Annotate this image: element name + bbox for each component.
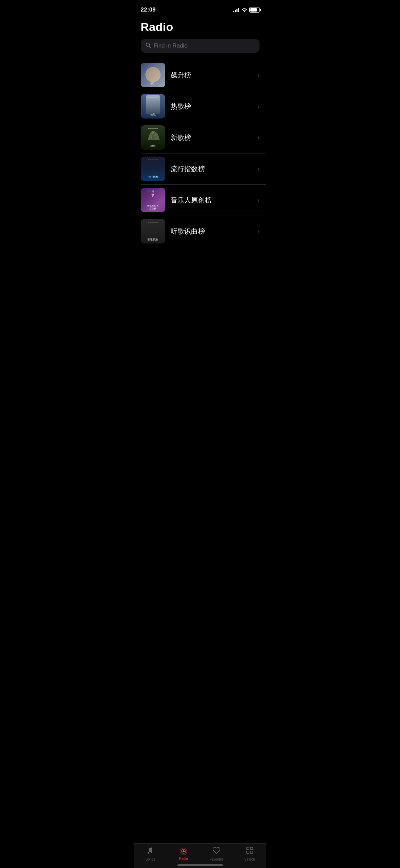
list-item-liuXing[interactable]: ✦✦✦✦✦ 流行指数 流行指数榜 › <box>134 153 266 184</box>
svg-line-1 <box>149 46 150 48</box>
thumbnail-yuanChuang: ✦✦✦✦✦ 第节 腾讯音乐人原创榜 <box>141 188 165 212</box>
search-bar-icon <box>146 42 151 49</box>
thumbnail-xinGe: ✦✦✦✦✦ 新歌 <box>141 125 165 150</box>
wifi-icon <box>241 7 247 13</box>
chevron-icon-liuXing: › <box>258 165 260 173</box>
chevron-icon-xinGe: › <box>258 134 260 141</box>
chevron-icon-yuanChuang: › <box>258 197 260 204</box>
chevron-icon-feiSheng: › <box>258 72 260 79</box>
list-item-title-liuXing: 流行指数榜 <box>171 164 252 174</box>
search-input[interactable] <box>154 42 255 49</box>
search-bar[interactable] <box>141 39 260 53</box>
thumbnail-feiSheng: ✦✦✦✦✦ 飙升 <box>141 63 165 87</box>
list-item-title-xinGe: 新歌榜 <box>171 133 252 142</box>
status-icons: 88 <box>233 7 260 13</box>
thumbnail-reGe: ✦✦✦✦✦ 热歌 <box>141 94 165 119</box>
status-time: 22:09 <box>141 6 156 13</box>
list-item-title-tingGe: 听歌识曲榜 <box>171 227 252 236</box>
list-container: ✦✦✦✦✦ 飙升 飙升榜 › ✦✦✦✦✦ 热歌 热歌榜 › ✦✦✦✦✦ <box>134 59 266 281</box>
chevron-icon-tingGe: › <box>258 228 260 235</box>
page-title: Radio <box>134 17 266 39</box>
battery-icon: 88 <box>249 7 260 13</box>
list-item-title-yuanChuang: 音乐人原创榜 <box>171 196 252 205</box>
list-item-yuanChuang[interactable]: ✦✦✦✦✦ 第节 腾讯音乐人原创榜 音乐人原创榜 › <box>134 184 266 216</box>
status-bar: 22:09 88 <box>134 0 266 17</box>
thumbnail-liuXing: ✦✦✦✦✦ 流行指数 <box>141 157 165 181</box>
list-item-title-reGe: 热歌榜 <box>171 102 252 111</box>
chevron-icon-reGe: › <box>258 103 260 110</box>
thumbnail-tingGe: ✦✦✦✦✦ 听歌识曲 <box>141 219 165 243</box>
search-bar-container <box>134 39 266 59</box>
list-item-feiSheng[interactable]: ✦✦✦✦✦ 飙升 飙升榜 › <box>134 59 266 91</box>
list-item-xinGe[interactable]: ✦✦✦✦✦ 新歌 新歌榜 › <box>134 122 266 153</box>
list-item-tingGe[interactable]: ✦✦✦✦✦ 听歌识曲 听歌识曲榜 › <box>134 216 266 247</box>
list-item-reGe[interactable]: ✦✦✦✦✦ 热歌 热歌榜 › <box>134 91 266 122</box>
signal-icon <box>233 7 239 12</box>
list-item-title-feiSheng: 飙升榜 <box>171 71 252 80</box>
